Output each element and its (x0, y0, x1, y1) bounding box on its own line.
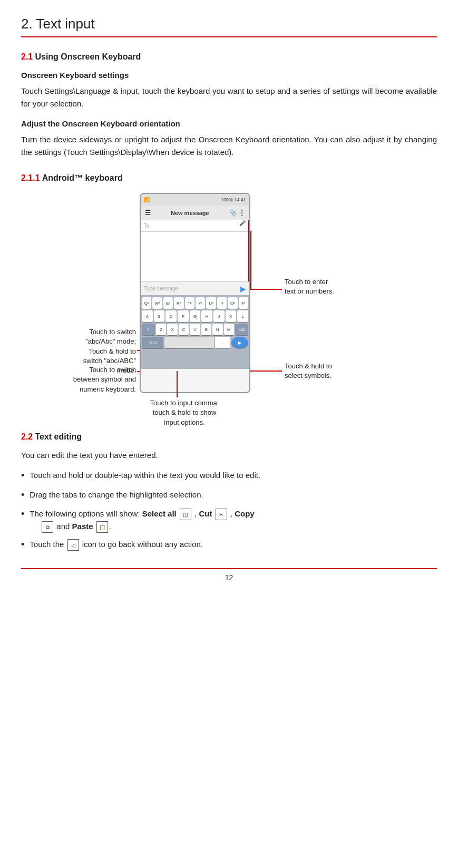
to-field-red-line (248, 220, 249, 232)
phone-status-bar: 📶 100% 14:41 (141, 194, 249, 206)
body-red-line (248, 232, 249, 285)
page-number: 12 (225, 573, 233, 582)
key-delete: ⌫ (235, 324, 248, 335)
key-q: Q2 (142, 297, 151, 309)
select-all-label: Select all (142, 509, 177, 518)
key-j: J (213, 310, 225, 322)
copy-label: Copy (235, 509, 255, 518)
key-g: G (190, 310, 201, 322)
bullet-dot-4: • (21, 537, 24, 552)
key-f: F (178, 310, 189, 322)
page-title: 2. Text input (21, 16, 437, 32)
bullet-text-1: Touch and hold or double-tap within the … (30, 469, 260, 482)
section-2-1-title: Using Onscreen Keyboard (35, 52, 141, 61)
bullet-item-1: • Touch and hold or double-tap within th… (21, 469, 437, 483)
page: 2. Text input 2.1 Using Onscreen Keyboar… (0, 0, 458, 868)
page-footer: 12 (21, 568, 437, 582)
phone-message-body: 🎤 Type message ▶ (141, 232, 249, 295)
key-y: Y7 (196, 297, 205, 309)
key-b: B (201, 324, 211, 335)
phone-mockup: 📶 100% 14:41 ☰ New message 📎 ⋮ To (140, 193, 250, 393)
key-symbol: ?123 (142, 337, 163, 348)
bullet-text-2: Drag the tabs to change the highlighted … (30, 489, 203, 501)
callout-text-comma: Touch to input comma; touch & hold to sh… (142, 398, 227, 427)
select-all-icon: ◫ (180, 509, 191, 520)
key-space (164, 337, 214, 348)
callout-line-symbols-horizontal (250, 370, 282, 372)
subsection-orientation-body: Turn the device sideways or upright to a… (21, 133, 437, 159)
key-h: H (201, 310, 212, 322)
subsection-keyboard-body: Touch Settings\Language & input, touch t… (21, 85, 437, 110)
keyboard-row-4: ?123 . ▶ (142, 337, 248, 348)
section-2-1: 2.1 Using Onscreen Keyboard Onscreen Key… (21, 50, 437, 159)
bullet-item-3: • The following options will show: Selec… (21, 508, 437, 533)
key-p: P (239, 297, 248, 309)
section-2-2-label: 2.2 (21, 432, 33, 441)
key-r: R5 (174, 297, 183, 309)
key-w: W3 (152, 297, 162, 309)
bullet-dot-1: • (21, 468, 24, 483)
bullet-text-4: Touch the ◁ icon to go back without any … (30, 538, 203, 551)
key-s: S (154, 310, 165, 322)
key-d: D (165, 310, 177, 322)
paste-label: Paste (72, 522, 93, 531)
section-2-2-intro: You can edit the text you have entered. (21, 449, 437, 462)
key-z: Z (156, 324, 166, 335)
section-2-2-bullets: • Touch and hold or double-tap within th… (21, 469, 437, 552)
key-n: N (212, 324, 222, 335)
cut-label: Cut (199, 509, 212, 518)
phone-to-row: To (141, 220, 249, 232)
to-placeholder: To (144, 223, 150, 229)
key-shift: ⇧ (142, 324, 155, 335)
section-2-1-1-label: 2.1.1 (21, 173, 40, 182)
callout-line-shift-h (137, 350, 140, 351)
keyboard-row-1: Q2 W3 E4 R5 T6 Y7 U8 I9 O0 P (142, 297, 248, 309)
key-e: E4 (163, 297, 173, 309)
section-2-2: 2.2 Text editing You can edit the text y… (21, 430, 437, 552)
copy-icon: ⧉ (42, 521, 53, 533)
back-icon: ◁ (67, 539, 79, 551)
callout-line-to-horizontal (250, 289, 282, 290)
keyboard-row-2: A S D F G H J K L (142, 310, 248, 322)
phone-status-right: 100% 14:41 (221, 197, 246, 202)
bullet-item-2: • Drag the tabs to change the highlighte… (21, 489, 437, 503)
section-2-1-label: 2.1 (21, 52, 33, 61)
callout-text-top-right: Touch to enter text or numbers. (285, 277, 334, 296)
bullet-item-4: • Touch the ◁ icon to go back without an… (21, 538, 437, 552)
key-c: C (179, 324, 189, 335)
message-title: New message (171, 210, 209, 216)
callout-line-comma-vertical (177, 371, 178, 397)
phone-type-field: Type message ▶ (141, 281, 249, 295)
key-a: A (142, 310, 153, 322)
section-2-1-1: 2.1.1 Android™ keyboard (21, 171, 437, 185)
phone-message-header: ☰ New message 📎 ⋮ (141, 206, 249, 220)
key-v: V (190, 324, 200, 335)
paste-icon: 📋 (96, 521, 108, 533)
callout-text-bottom-right: Touch & hold to select symbols. (285, 362, 332, 381)
bullet-dot-3: • (21, 506, 24, 522)
subsection-keyboard-heading: Onscreen Keyboard settings (21, 69, 437, 82)
phone-status-left: 📶 (144, 197, 150, 202)
keyboard-diagram: 📶 100% 14:41 ☰ New message 📎 ⋮ To (21, 193, 437, 414)
key-period: . (215, 337, 230, 348)
phone-to-field: To (141, 220, 249, 232)
callout-text-symbol: Touch to switch between symbol and numer… (26, 365, 136, 394)
key-u: U8 (206, 297, 216, 309)
callout-line-symbol-h (137, 371, 140, 372)
bullet-text-3: The following options will show: Select … (30, 508, 254, 533)
keyboard-row-3: ⇧ Z X C V B N M ⌫ (142, 324, 248, 335)
key-i: I9 (217, 297, 227, 309)
key-enter: ▶ (231, 337, 248, 348)
section-2-1-1-title: Android™ keyboard (42, 173, 123, 182)
page-header: 2. Text input (21, 16, 437, 37)
phone-mic-button: 🎤 (239, 219, 246, 227)
key-m: M (224, 324, 234, 335)
callout-line-to-vertical (250, 231, 251, 289)
bullet-dot-2: • (21, 487, 24, 503)
section-2-2-title: Text editing (35, 432, 82, 441)
subsection-orientation-heading: Adjust the Onscreen Keyboard orientation (21, 118, 437, 130)
key-k: K (226, 310, 237, 322)
type-placeholder: Type message (144, 286, 240, 291)
key-x: X (167, 324, 177, 335)
cut-icon: ✂ (216, 509, 227, 520)
